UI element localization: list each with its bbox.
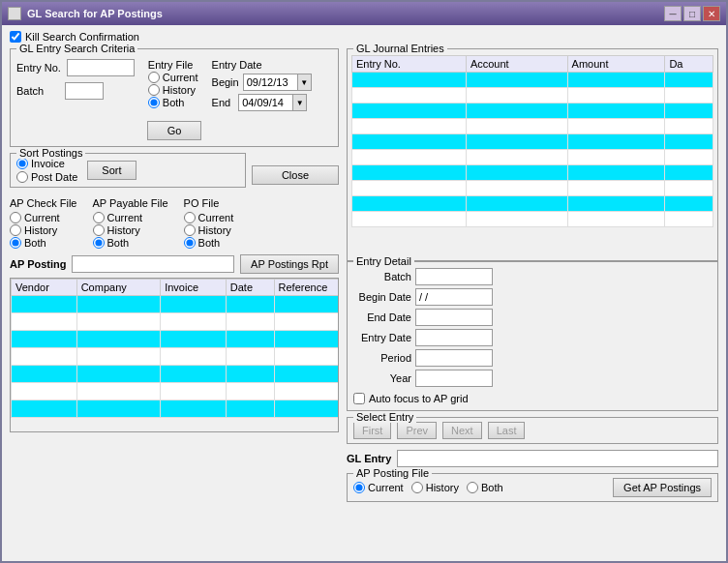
end-date-dropdown[interactable]: 04/09/14 ▼ — [238, 94, 307, 111]
ap-postings-rpt-button[interactable]: AP Postings Rpt — [240, 254, 339, 274]
close-button[interactable]: ✕ — [703, 6, 720, 21]
sort-postdate-radio[interactable] — [16, 171, 28, 183]
title-bar: GL Search for AP Postings ─ □ ✕ — [2, 2, 726, 25]
ap-check-current-label: Current — [24, 212, 60, 223]
table-cell — [274, 383, 339, 400]
ap-payable-both-radio[interactable] — [93, 237, 105, 249]
ap-payable-both-row: Both — [93, 237, 168, 249]
po-history-radio[interactable] — [184, 224, 196, 236]
gl-cell — [466, 88, 567, 104]
kill-search-checkbox[interactable] — [10, 31, 21, 43]
table-row[interactable] — [12, 331, 340, 348]
entry-detail-entry-date-label: Entry Date — [353, 332, 411, 343]
gl-cell — [352, 73, 467, 88]
maximize-button[interactable]: □ — [683, 6, 701, 21]
ap-payable-current-radio[interactable] — [93, 212, 105, 223]
table-row[interactable] — [12, 313, 340, 331]
ap-payable-history-radio[interactable] — [93, 224, 105, 236]
ap-check-history-radio[interactable] — [10, 224, 21, 236]
po-history-row: History — [184, 224, 234, 236]
close-main-button[interactable]: Close — [252, 165, 339, 185]
minimize-button[interactable]: ─ — [664, 6, 682, 21]
gl-table-row[interactable] — [352, 73, 713, 88]
table-cell — [76, 400, 161, 418]
sort-invoice-radio[interactable] — [16, 158, 28, 169]
batch-input[interactable] — [65, 82, 104, 100]
po-current-radio[interactable] — [184, 212, 196, 223]
table-cell — [274, 296, 339, 313]
gl-col-amount: Amount — [567, 56, 665, 73]
last-button[interactable]: Last — [488, 422, 526, 439]
gl-cell — [567, 196, 665, 212]
table-cell — [226, 366, 274, 383]
table-row[interactable] — [12, 366, 340, 383]
next-button[interactable]: Next — [442, 422, 482, 439]
begin-date-dropdown[interactable]: 09/12/13 ▼ — [243, 74, 312, 91]
app-icon — [8, 7, 21, 20]
entry-detail-period-row: Period — [353, 349, 712, 367]
ap-payable-history-label: History — [107, 224, 140, 236]
ap-posting-input[interactable] — [72, 255, 234, 273]
gl-cell — [567, 212, 665, 227]
ap-payable-current-label: Current — [107, 212, 143, 223]
end-date-arrow[interactable]: ▼ — [292, 95, 306, 110]
ap-check-current-radio[interactable] — [10, 212, 21, 223]
table-cell — [161, 383, 227, 400]
go-button[interactable]: Go — [147, 121, 202, 140]
get-ap-postings-button[interactable]: Get AP Postings — [613, 478, 712, 497]
entry-file-both-radio[interactable] — [148, 97, 160, 108]
entry-detail-group: Entry Detail Batch Begin Date End Date — [347, 261, 718, 411]
gl-table-row[interactable] — [352, 212, 713, 227]
first-button[interactable]: First — [353, 422, 391, 439]
gl-table-row[interactable] — [352, 196, 713, 212]
entry-no-row: Entry No. — [16, 59, 135, 76]
entry-detail-begin-date-input[interactable] — [415, 288, 493, 306]
po-both-row: Both — [184, 237, 234, 249]
gl-table-row[interactable] — [352, 134, 713, 150]
ap-file-current-radio[interactable] — [353, 482, 365, 493]
gl-col-account: Account — [466, 56, 567, 73]
gl-table-row[interactable] — [352, 165, 713, 181]
table-cell — [226, 313, 274, 331]
ap-payable-file-group: AP Payable File Current History Both — [93, 197, 168, 249]
po-both-radio[interactable] — [184, 237, 196, 249]
sort-close-row: Sort Postings Invoice Post Date — [10, 153, 339, 193]
entry-file-current-radio[interactable] — [148, 72, 160, 83]
ap-file-history-radio[interactable] — [411, 482, 423, 493]
table-row[interactable] — [12, 400, 340, 418]
auto-focus-checkbox[interactable] — [353, 393, 365, 404]
prev-button[interactable]: Prev — [397, 422, 437, 439]
ap-file-both-radio[interactable] — [467, 482, 478, 493]
entry-detail-entry-date-input[interactable] — [415, 329, 493, 346]
entry-detail-year-input[interactable] — [415, 370, 493, 387]
gl-entry-input[interactable] — [397, 450, 718, 467]
gl-table-row[interactable] — [352, 104, 713, 119]
gl-table-row[interactable] — [352, 88, 713, 104]
kill-search-row: Kill Search Confirmation — [10, 31, 718, 43]
gl-cell — [665, 73, 713, 88]
ap-check-both-radio[interactable] — [10, 237, 21, 249]
table-row[interactable] — [12, 383, 340, 400]
gl-cell — [665, 181, 713, 196]
col-vendor: Vendor — [12, 280, 77, 296]
title-controls[interactable]: ─ □ ✕ — [664, 6, 720, 21]
gl-cell — [466, 73, 567, 88]
entry-detail-period-input[interactable] — [415, 349, 493, 367]
po-file-group: PO File Current History Both — [184, 197, 234, 249]
gl-table-row[interactable] — [352, 150, 713, 165]
gl-table-row[interactable] — [352, 181, 713, 196]
entry-date-section-label: Entry Date — [212, 59, 312, 71]
table-row[interactable] — [12, 296, 340, 313]
begin-date-arrow[interactable]: ▼ — [297, 74, 311, 90]
entry-no-input[interactable] — [67, 59, 135, 76]
entry-detail-end-date-input[interactable] — [415, 309, 493, 326]
table-row[interactable] — [12, 348, 340, 366]
ap-check-both-row: Both — [10, 237, 77, 249]
entry-detail-batch-input[interactable] — [415, 268, 493, 285]
entry-file-history-radio[interactable] — [148, 84, 160, 96]
sort-button[interactable]: Sort — [87, 161, 136, 180]
gl-cell — [352, 196, 467, 212]
gl-table-wrapper[interactable]: Entry No. Account Amount Da — [351, 55, 713, 256]
window-title: GL Search for AP Postings — [27, 8, 163, 19]
gl-table-row[interactable] — [352, 119, 713, 134]
